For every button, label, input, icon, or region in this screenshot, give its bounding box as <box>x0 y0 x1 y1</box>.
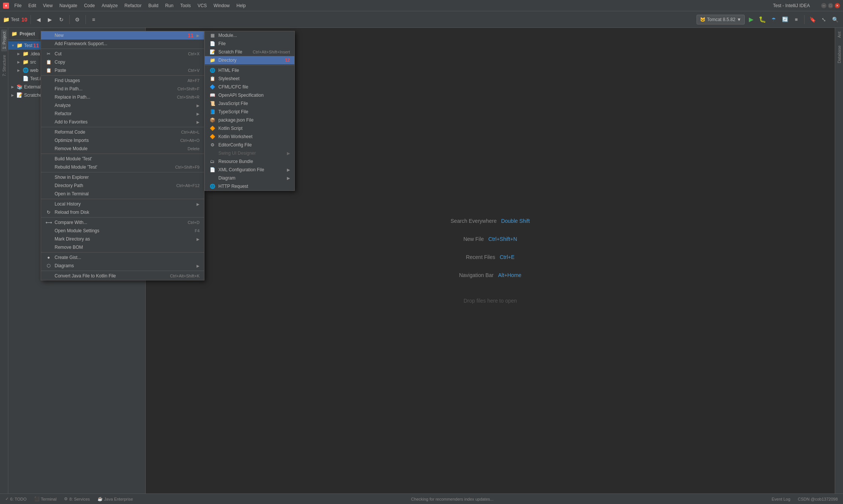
profile-button[interactable]: 🔄 <box>780 15 790 24</box>
ctx-add-to-favorites[interactable]: Add to Favorites ▶ <box>41 118 204 126</box>
new-file-key: Ctrl+Shift+N <box>488 236 517 242</box>
sub-resource-bundle[interactable]: 🗂 Resource Bundle <box>205 157 294 166</box>
ctx-paste[interactable]: 📋 Paste Ctrl+V <box>41 66 204 75</box>
sub-file[interactable]: 📄 File <box>205 40 294 48</box>
ctx-analyze-label: Analyze <box>55 103 194 108</box>
sub-package-json[interactable]: 📦 package.json File <box>205 116 294 124</box>
sub-kotlin-worksheet[interactable]: 🔶 Kotlin Worksheet <box>205 132 294 141</box>
ctx-remove-bom[interactable]: Remove BOM <box>41 243 204 251</box>
ctx-compare-with[interactable]: ⟷ Compare With... Ctrl+D <box>41 218 204 227</box>
settings-button[interactable]: ⚙ <box>73 15 82 24</box>
expand-button[interactable]: ⤡ <box>819 15 829 24</box>
ctx-local-history[interactable]: Local History ▶ <box>41 200 204 208</box>
sub-scratch-file[interactable]: 📝 Scratch File Ctrl+Alt+Shift+Insert <box>205 48 294 56</box>
ctx-directory-path[interactable]: Directory Path Ctrl+Alt+F12 <box>41 181 204 190</box>
close-button[interactable]: ✕ <box>835 3 840 8</box>
sub-typescript[interactable]: 📘 TypeScript File <box>205 108 294 116</box>
ctx-sep-2 <box>41 75 204 76</box>
sub-xml-config[interactable]: 📄 XML Configuration File ▶ <box>205 166 294 174</box>
menu-code[interactable]: Code <box>81 2 98 9</box>
ctx-open-in-terminal[interactable]: Open in Terminal <box>41 190 204 198</box>
structure-button[interactable]: ≡ <box>89 15 99 24</box>
ctx-replace-in-path[interactable]: Replace in Path... Ctrl+Shift+R <box>41 93 204 101</box>
sub-http-request[interactable]: 🌐 HTTP Request <box>205 182 294 190</box>
run-config-dropdown[interactable]: 🐱 Tomcat 8.5.82 ▼ <box>697 15 745 24</box>
ctx-create-gist-label: Create Gist... <box>55 255 200 260</box>
ctx-diagrams[interactable]: ⬡ Diagrams ▶ <box>41 262 204 270</box>
menu-file[interactable]: File <box>11 2 24 9</box>
ctx-rebuild-module[interactable]: Rebuild Module 'Test' Ctrl+Shift+F9 <box>41 163 204 171</box>
menu-window[interactable]: Window <box>210 2 233 9</box>
ctx-find-usages[interactable]: Find Usages Alt+F7 <box>41 76 204 85</box>
sub-html-file[interactable]: 🌐 HTML File <box>205 66 294 75</box>
sub-editorconfig[interactable]: ⚙ EditorConfig File <box>205 141 294 149</box>
ctx-remove-module[interactable]: Remove Module Delete <box>41 145 204 153</box>
menu-view[interactable]: View <box>40 2 56 9</box>
panel-tab-project[interactable]: 1: Project <box>1 29 7 51</box>
ctx-new[interactable]: New 11 ▶ <box>41 31 204 40</box>
ctx-add-framework-label: Add Framework Support... <box>55 41 200 46</box>
sub-javascript[interactable]: 📜 JavaScript File <box>205 99 294 108</box>
menu-navigate[interactable]: Navigate <box>56 2 80 9</box>
ctx-add-framework[interactable]: Add Framework Support... <box>41 40 204 48</box>
ctx-mark-directory[interactable]: Mark Directory as ▶ <box>41 235 204 243</box>
maximize-button[interactable]: □ <box>828 3 833 8</box>
ctx-directory-path-label: Directory Path <box>55 183 169 188</box>
ctx-open-module-settings[interactable]: Open Module Settings F4 <box>41 227 204 235</box>
ctx-open-in-terminal-label: Open in Terminal <box>55 191 200 196</box>
folder-icon-idea: 📁 <box>23 51 29 57</box>
ctx-find-in-path[interactable]: Find in Path... Ctrl+Shift+F <box>41 85 204 93</box>
sub-openapi[interactable]: 📖 OpenAPI Specification <box>205 91 294 99</box>
bookmark-button[interactable]: 🔖 <box>808 15 817 24</box>
sub-kotlin-script[interactable]: 🔶 Kotlin Script <box>205 124 294 132</box>
ctx-cut[interactable]: ✂ Cut Ctrl+X <box>41 50 204 58</box>
status-todo[interactable]: ✓ 6: TODO <box>3 496 29 502</box>
menu-edit[interactable]: Edit <box>25 2 39 9</box>
ctx-copy[interactable]: 📋 Copy <box>41 58 204 66</box>
coverage-button[interactable]: ☂ <box>769 15 779 24</box>
ctx-reload-from-disk[interactable]: ↻ Reload from Disk <box>41 208 204 216</box>
sub-scratch-shortcut: Ctrl+Alt+Shift+Insert <box>253 50 290 54</box>
nav-back-button[interactable]: ◀ <box>34 15 44 24</box>
ctx-optimize-imports[interactable]: Optimize Imports Ctrl+Alt+O <box>41 136 204 145</box>
menu-tools[interactable]: Tools <box>177 2 194 9</box>
minimize-button[interactable]: ─ <box>821 3 826 8</box>
menu-refactor[interactable]: Refactor <box>122 2 145 9</box>
ctx-analyze[interactable]: Analyze ▶ <box>41 101 204 110</box>
sub-module[interactable]: ▦ Module... <box>205 31 294 40</box>
diagrams-arrow: ▶ <box>197 264 200 268</box>
run-button[interactable]: ▶ <box>746 15 756 24</box>
nav-forward-button[interactable]: ▶ <box>45 15 55 24</box>
ctx-show-in-explorer[interactable]: Show in Explorer <box>41 173 204 181</box>
new-file-row: New File Ctrl+Shift+N <box>463 236 517 242</box>
sub-resource-label: Resource Bundle <box>218 159 290 164</box>
stop-button[interactable]: ■ <box>791 15 801 24</box>
ctx-build-module[interactable]: Build Module 'Test' <box>41 155 204 163</box>
ctx-convert-java[interactable]: Convert Java File to Kotlin File Ctrl+Al… <box>41 272 204 280</box>
sub-diagram[interactable]: Diagram ▶ <box>205 174 294 182</box>
menu-build[interactable]: Build <box>145 2 162 9</box>
status-services[interactable]: ⚙ 8: Services <box>62 496 92 502</box>
tree-arrow-root: ▼ <box>11 44 17 47</box>
menu-help[interactable]: Help <box>233 2 249 9</box>
tree-item-label-src: src <box>30 59 36 65</box>
ctx-create-gist[interactable]: ● Create Gist... <box>41 253 204 262</box>
search-everywhere-btn[interactable]: 🔍 <box>830 15 840 24</box>
refresh-button[interactable]: ↻ <box>56 15 66 24</box>
menu-run[interactable]: Run <box>162 2 177 9</box>
right-panel-ant[interactable]: Ant <box>836 29 842 40</box>
status-java-enterprise[interactable]: ☕ Java Enterprise <box>95 496 135 502</box>
sub-directory[interactable]: 📁 Directory 12 <box>205 56 294 64</box>
debug-button[interactable]: 🐛 <box>758 15 767 24</box>
sub-stylesheet[interactable]: 📋 Stylesheet <box>205 75 294 83</box>
menu-vcs[interactable]: VCS <box>195 2 210 9</box>
right-panel-database[interactable]: Database <box>836 43 842 65</box>
event-log-btn[interactable]: Event Log <box>770 496 793 502</box>
status-terminal[interactable]: ⬛ Terminal <box>32 496 59 502</box>
compare-icon: ⟷ <box>46 219 52 225</box>
panel-tab-structure[interactable]: 7: Structure <box>1 53 7 79</box>
ctx-reformat-code[interactable]: Reformat Code Ctrl+Alt+L <box>41 128 204 136</box>
ctx-refactor[interactable]: Refactor ▶ <box>41 110 204 118</box>
menu-analyze[interactable]: Analyze <box>99 2 121 9</box>
sub-cfml[interactable]: 🔷 CFML/CFC file <box>205 83 294 91</box>
